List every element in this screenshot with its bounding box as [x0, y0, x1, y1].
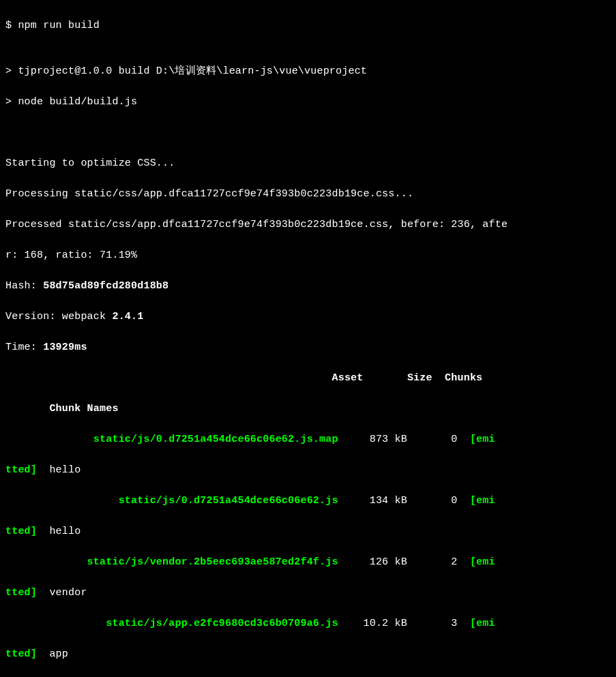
npm-script-header: > tjproject@1.0.0 build D:\培训资料\learn-js… — [5, 64, 611, 80]
asset-row-wrap: tted] vendor — [5, 586, 611, 601]
asset-row: static/js/0.d7251a454dce66c06e62.js.map … — [5, 432, 611, 448]
asset-row: static/js/0.d7251a454dce66c06e62.js 134 … — [5, 494, 611, 509]
webpack-version: Version: webpack 2.4.1 — [5, 310, 611, 325]
asset-row-wrap: tted] hello — [5, 524, 611, 540]
css-processed-1: Processed static/css/app.dfca11727ccf9e7… — [5, 217, 611, 233]
asset-row-wrap: tted] app — [5, 647, 611, 663]
css-processed-2: r: 168, ratio: 71.19% — [5, 248, 611, 264]
webpack-time: Time: 13929ms — [5, 340, 611, 356]
terminal-output[interactable]: $ npm run build > tjproject@1.0.0 build … — [0, 0, 616, 677]
command-line: $ npm run build — [5, 18, 611, 34]
webpack-hash: Hash: 58d75ad89fcd280d18b8 — [5, 279, 611, 295]
asset-table-header-1: Asset Size Chunks — [5, 371, 611, 387]
asset-row: static/js/vendor.2b5eec693ae587ed2f4f.js… — [5, 555, 611, 571]
npm-script-command: > node build/build.js — [5, 95, 611, 110]
asset-table-header-2: Chunk Names — [5, 402, 611, 417]
css-optimize-start: Starting to optimize CSS... — [5, 156, 611, 172]
css-processing: Processing static/css/app.dfca11727ccf9e… — [5, 187, 611, 202]
asset-row: static/js/app.e2fc9680cd3c6b0709a6.js 10… — [5, 616, 611, 632]
asset-row-wrap: tted] hello — [5, 463, 611, 479]
